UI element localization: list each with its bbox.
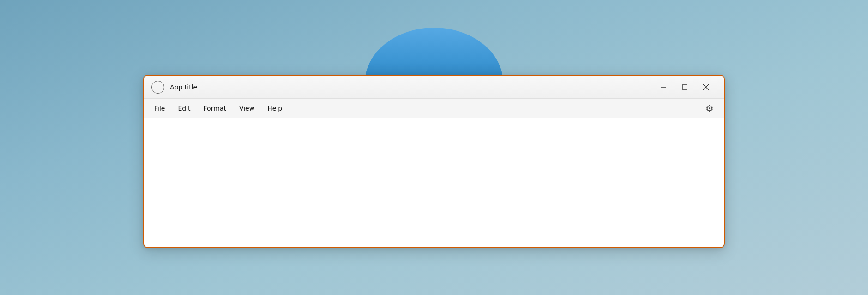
menubar: File Edit Format View Help ⚙ [144,99,724,118]
app-icon [151,81,164,94]
close-button[interactable] [695,80,717,94]
window-controls [653,80,717,94]
window-container: App title [143,75,725,248]
titlebar: App title [144,76,724,99]
app-window: App title [143,75,725,248]
menu-edit[interactable]: Edit [171,102,197,115]
menu-help[interactable]: Help [261,102,289,115]
menu-format[interactable]: Format [197,102,233,115]
minimize-button[interactable] [653,80,674,94]
menu-file[interactable]: File [148,102,171,115]
maximize-button[interactable] [674,80,695,94]
maximize-icon [682,84,687,90]
app-title: App title [170,83,653,91]
menu-view[interactable]: View [233,102,261,115]
minimize-icon [661,84,666,90]
svg-rect-1 [682,85,687,89]
settings-button[interactable]: ⚙ [701,100,718,117]
close-icon [703,84,709,90]
gear-icon: ⚙ [705,103,714,114]
content-area [144,118,724,247]
